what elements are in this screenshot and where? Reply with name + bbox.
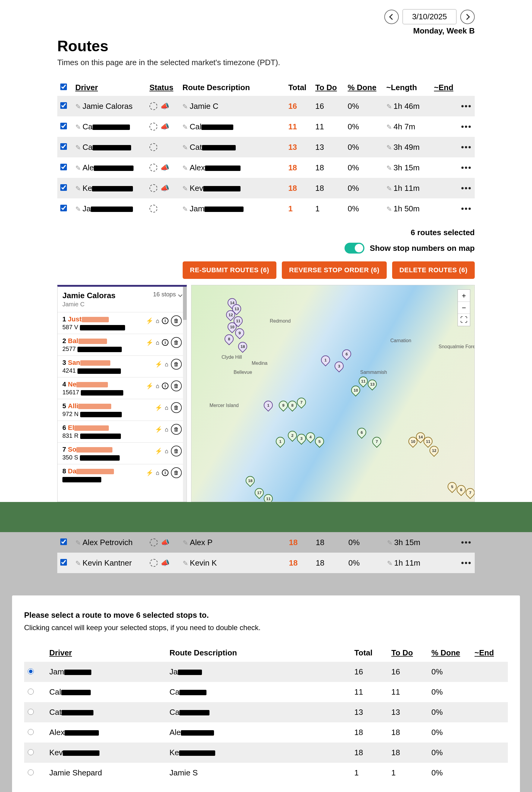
map-marker[interactable]: 1 [321,355,330,365]
route-radio[interactable] [28,709,34,715]
pencil-icon[interactable]: ✎ [387,560,393,567]
pencil-icon[interactable]: ✎ [386,205,392,213]
megaphone-icon[interactable]: 📣 [160,184,169,192]
stops-count[interactable]: 16 stops [153,291,182,298]
select-all-checkbox[interactable] [60,83,67,90]
pencil-icon[interactable]: ✎ [75,205,81,213]
map-marker[interactable]: 6 [357,427,366,438]
route-radio[interactable] [28,689,34,695]
map-marker[interactable]: 12 [430,445,439,456]
pencil-icon[interactable]: ✎ [182,205,188,213]
map-marker[interactable]: 11 [359,376,368,386]
map-marker[interactable]: 7 [466,487,475,498]
map-marker[interactable]: 9 [235,327,244,338]
reverse-stop-order-button[interactable]: REVERSE STOP ORDER (6) [282,261,387,279]
delete-stop-button[interactable]: 🗑 [171,446,182,456]
col-pct-done[interactable]: % Done [348,83,377,92]
list-item[interactable]: 7So 350 S ⚡ ⌂ 🗑 [58,442,187,464]
map-zoom-in-button[interactable]: + [458,290,470,302]
row-checkbox[interactable] [60,143,67,150]
pencil-icon[interactable]: ✎ [182,144,188,152]
info-icon[interactable]: i [162,339,169,346]
pencil-icon[interactable]: ✎ [75,164,81,172]
megaphone-icon[interactable]: 📣 [160,164,169,172]
map-marker[interactable]: 6 [457,484,466,495]
pencil-icon[interactable]: ✎ [75,560,81,567]
map-marker[interactable]: 18 [238,341,247,352]
megaphone-icon[interactable]: 📣 [160,102,169,110]
map-marker[interactable]: 2 [288,430,297,441]
info-icon[interactable]: i [162,318,169,324]
map-marker[interactable]: 3 [297,433,306,444]
col-driver[interactable]: Driver [75,83,98,92]
map-zoom-out-button[interactable]: − [458,302,470,314]
map-marker[interactable]: 7 [297,397,306,408]
table-row[interactable]: Cat Ca 13 13 0% [24,702,508,722]
map-marker[interactable]: 18 [246,475,255,486]
table-row[interactable]: Kev Ke 18 18 0% [24,742,508,763]
list-item[interactable]: 4Ne 15617 ⚡ ⌂ i 🗑 [58,377,187,399]
megaphone-icon[interactable]: 📣 [161,538,170,547]
list-item[interactable]: 6El 831 R ⚡ ⌂ 🗑 [58,420,187,442]
pencil-icon[interactable]: ✎ [183,560,188,567]
row-checkbox[interactable] [60,164,67,170]
map-marker[interactable]: 8 [225,334,233,344]
list-item[interactable]: 3San 4241 ⚡ ⌂ 🗑 [58,356,187,377]
delete-stop-button[interactable]: 🗑 [171,337,182,348]
info-icon[interactable]: i [162,382,169,389]
row-menu-button[interactable]: ••• [461,163,472,172]
col-end[interactable]: ~End [434,83,453,92]
row-checkbox[interactable] [60,102,67,109]
delete-routes-button[interactable]: DELETE ROUTES (6) [392,261,475,279]
pencil-icon[interactable]: ✎ [75,539,81,547]
map-marker[interactable]: 6 [342,348,351,359]
map-marker[interactable]: 4 [306,431,315,442]
pencil-icon[interactable]: ✎ [183,539,188,547]
pencil-icon[interactable]: ✎ [386,123,392,131]
row-checkbox[interactable] [60,123,67,129]
map-marker[interactable]: 3 [335,361,344,372]
col-todo[interactable]: To Do [315,83,337,92]
row-menu-button[interactable]: ••• [461,183,472,193]
map-marker[interactable]: 5 [315,436,324,447]
pencil-icon[interactable]: ✎ [75,144,81,152]
row-menu-button[interactable]: ••• [461,558,472,567]
row-menu-button[interactable]: ••• [461,122,472,131]
row-menu-button[interactable]: ••• [461,142,472,152]
row-menu-button[interactable]: ••• [461,204,472,213]
route-radio[interactable] [28,769,34,775]
pencil-icon[interactable]: ✎ [182,103,188,111]
row-checkbox[interactable] [60,559,67,566]
delete-stop-button[interactable]: 🗑 [171,359,182,370]
pencil-icon[interactable]: ✎ [75,185,81,193]
map-marker[interactable]: 1 [264,400,273,411]
row-checkbox[interactable] [60,184,67,191]
stops-scrollbar-track[interactable] [183,287,187,502]
pencil-icon[interactable]: ✎ [386,144,392,152]
delete-stop-button[interactable]: 🗑 [171,380,182,391]
info-icon[interactable]: i [162,469,169,476]
route-radio[interactable] [28,729,34,735]
pencil-icon[interactable]: ✎ [182,123,188,131]
map-marker[interactable]: 7 [372,436,381,447]
pencil-icon[interactable]: ✎ [75,103,81,111]
map-marker[interactable]: 11 [264,493,273,502]
row-menu-button[interactable]: ••• [461,101,472,111]
mcol-pct[interactable]: % Done [431,648,460,657]
col-status[interactable]: Status [150,83,173,92]
map[interactable]: + − ⛶ Redmond Bellevue Sammamish Mercer … [191,285,475,502]
list-item[interactable]: 5Alli 972 N ⚡ ⌂ 🗑 [58,399,187,420]
mcol-driver[interactable]: Driver [50,648,72,657]
mcol-end[interactable]: ~End [474,648,494,657]
map-marker[interactable]: 9 [279,400,288,411]
table-row[interactable]: Jam Ja 16 16 0% [24,662,508,682]
date-input[interactable] [402,9,457,24]
list-item[interactable]: 1Just 587 V ⚡ ⌂ i 🗑 [58,312,187,334]
map-marker[interactable]: 8 [288,400,297,411]
delete-stop-button[interactable]: 🗑 [171,467,182,478]
row-checkbox[interactable] [60,539,67,545]
route-radio[interactable] [28,749,34,755]
row-checkbox[interactable] [60,205,67,211]
delete-stop-button[interactable]: 🗑 [171,402,182,413]
table-row[interactable]: Alex Ale 18 18 0% [24,722,508,742]
